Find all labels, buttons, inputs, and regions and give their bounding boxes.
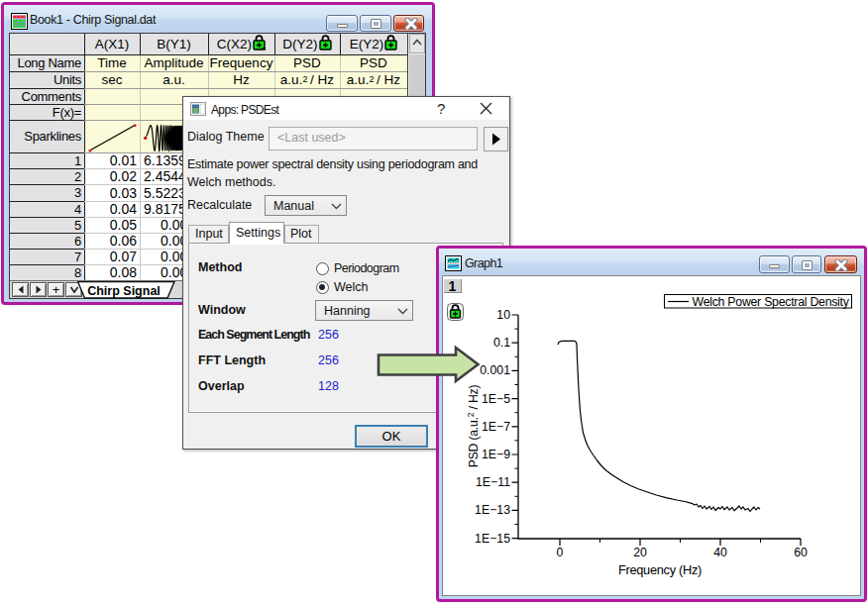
svg-text:1E−15: 1E−15 (475, 532, 510, 546)
svg-text:40: 40 (713, 546, 727, 559)
svg-text:1E−5: 1E−5 (482, 392, 510, 406)
svg-text:1E−13: 1E−13 (475, 503, 510, 517)
svg-text:10: 10 (496, 308, 510, 322)
svg-text:Chirp Signal: Chirp Signal (87, 284, 161, 298)
svg-text:Frequency (Hz): Frequency (Hz) (618, 562, 702, 577)
svg-text:0: 0 (557, 546, 564, 559)
svg-text:20: 20 (633, 546, 647, 559)
svg-text:0.001: 0.001 (480, 363, 510, 377)
svg-text:PSD (a.u.2 / Hz): PSD (a.u.2 / Hz) (466, 385, 481, 468)
svg-text:0.1: 0.1 (493, 336, 510, 350)
svg-text:1E−7: 1E−7 (482, 420, 510, 434)
svg-text:Welch Power Spectral Density: Welch Power Spectral Density (693, 295, 850, 309)
svg-text:1E−9: 1E−9 (482, 448, 510, 461)
svg-text:1E−11: 1E−11 (476, 475, 510, 489)
svg-text:60: 60 (794, 546, 808, 559)
